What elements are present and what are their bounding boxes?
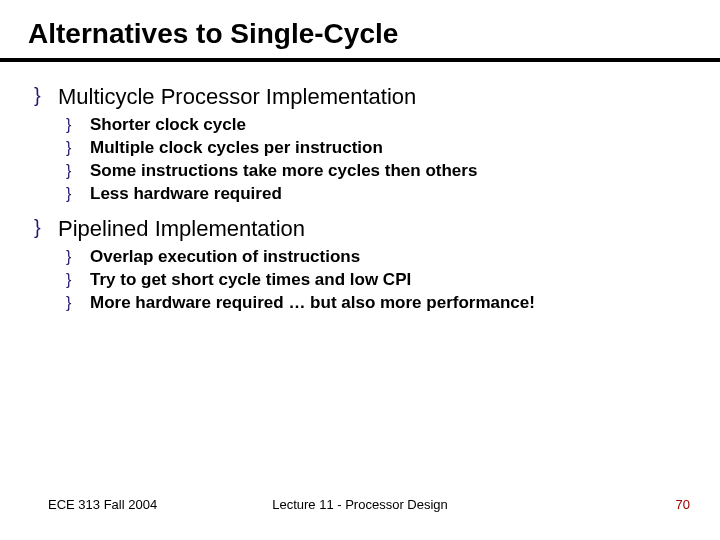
list-item: More hardware required … but also more p… [64, 292, 692, 315]
list-item: Overlap execution of instructions [64, 246, 692, 269]
slide-title: Alternatives to Single-Cycle [28, 18, 692, 50]
title-rule [0, 58, 720, 62]
list-item: Some instructions take more cycles then … [64, 160, 692, 183]
footer: ECE 313 Fall 2004 Lecture 11 - Processor… [0, 497, 720, 512]
list-item: Shorter clock cycle [64, 114, 692, 137]
section-items: Overlap execution of instructions Try to… [58, 246, 692, 315]
list-item: Less hardware required [64, 183, 692, 206]
footer-page-number: 70 [676, 497, 690, 512]
section-multicycle: Multicycle Processor Implementation Shor… [28, 84, 692, 206]
footer-center: Lecture 11 - Processor Design [272, 497, 448, 512]
slide: Alternatives to Single-Cycle Multicycle … [0, 0, 720, 540]
section-heading: Multicycle Processor Implementation [58, 84, 416, 109]
section-heading: Pipelined Implementation [58, 216, 305, 241]
footer-left: ECE 313 Fall 2004 [48, 497, 157, 512]
list-item: Try to get short cycle times and low CPI [64, 269, 692, 292]
section-pipelined: Pipelined Implementation Overlap executi… [28, 216, 692, 315]
list-item: Multiple clock cycles per instruction [64, 137, 692, 160]
section-items: Shorter clock cycle Multiple clock cycle… [58, 114, 692, 206]
content-list: Multicycle Processor Implementation Shor… [28, 84, 692, 315]
